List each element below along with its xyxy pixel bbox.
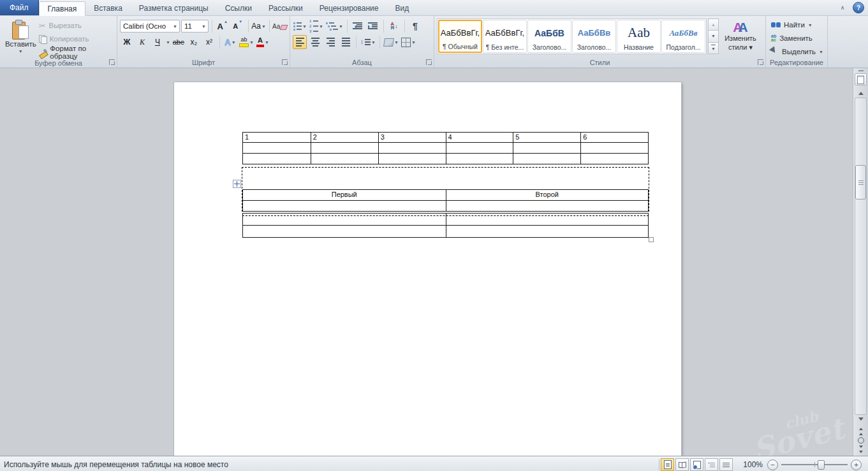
styles-scroll-down-icon[interactable]: ▼ xyxy=(708,30,719,42)
align-center-button[interactable] xyxy=(308,35,322,49)
tab-mailings[interactable]: Рассылки xyxy=(260,1,311,15)
style-title[interactable]: Aab Название xyxy=(617,20,661,53)
table-lower-empty[interactable] xyxy=(242,213,649,238)
minimize-ribbon-icon[interactable]: ∧ xyxy=(836,2,849,13)
split-handle-icon[interactable] xyxy=(853,68,868,73)
paragraph-dialog-launcher-icon[interactable] xyxy=(426,59,432,65)
align-left-button[interactable] xyxy=(293,35,307,49)
styles-scroll-up-icon[interactable]: ▲ xyxy=(708,18,719,31)
zoom-slider[interactable] xyxy=(781,464,848,465)
replace-button[interactable]: abac Заменить xyxy=(771,33,825,44)
font-size-combo[interactable]: 11 ▼ xyxy=(181,20,209,33)
select-button[interactable]: Выделить ▼ xyxy=(771,46,825,57)
justify-button[interactable] xyxy=(339,35,353,49)
highlight-button[interactable]: ab ▼ xyxy=(239,35,254,49)
table-resize-handle[interactable] xyxy=(649,237,654,242)
scrollbar-thumb[interactable] xyxy=(855,165,866,199)
zoom-slider-thumb[interactable] xyxy=(818,460,825,470)
sort-button[interactable]: АЯ ↓ xyxy=(387,19,401,33)
view-draft-button[interactable] xyxy=(719,458,733,471)
change-case-button[interactable]: Aa▼ xyxy=(252,19,266,33)
superscript-button[interactable]: х² xyxy=(202,35,216,49)
scroll-up-icon[interactable] xyxy=(858,89,864,95)
table-move-handle-icon[interactable] xyxy=(233,180,241,188)
table-six-columns[interactable]: 1 2 3 4 5 6 xyxy=(242,132,649,164)
subscript-button[interactable]: х₂ xyxy=(187,35,201,49)
table-cell[interactable]: 6 xyxy=(580,133,648,142)
numbering-button[interactable]: ▼ xyxy=(309,19,324,33)
font-name-combo[interactable]: Calibri (Осно ▼ xyxy=(120,20,180,33)
increase-indent-button[interactable] xyxy=(366,19,380,33)
tab-page-layout[interactable]: Разметка страницы xyxy=(131,1,217,15)
zoom-in-button[interactable]: + xyxy=(851,460,862,470)
tab-file[interactable]: Файл xyxy=(0,0,39,15)
tab-review[interactable]: Рецензирование xyxy=(311,1,387,15)
styles-gallery-expand-icon[interactable]: ▼ xyxy=(708,42,719,54)
bullets-button[interactable]: ▼ xyxy=(293,19,307,33)
zoom-level[interactable]: 100% xyxy=(737,460,763,469)
scroll-down-icon[interactable] xyxy=(858,417,864,423)
ruler-toggle-button[interactable] xyxy=(855,73,867,85)
view-fullscreen-reading-button[interactable] xyxy=(675,458,689,471)
document-page[interactable]: 1 2 3 4 5 6 Первый xyxy=(174,82,681,456)
table-row[interactable] xyxy=(243,142,648,153)
table-cell[interactable]: Второй xyxy=(446,190,649,200)
view-web-layout-button[interactable] xyxy=(690,458,703,471)
cut-button[interactable]: ✂ Вырезать xyxy=(39,20,114,31)
font-name-dropdown-icon[interactable]: ▼ xyxy=(171,24,179,29)
line-spacing-button[interactable]: ↕▼ xyxy=(360,35,376,49)
copy-button[interactable]: Копировать xyxy=(39,33,114,45)
tab-insert[interactable]: Вставка xyxy=(85,1,131,15)
shrink-font-button[interactable]: А▼ xyxy=(231,19,245,33)
table-cell[interactable]: 2 xyxy=(311,133,378,142)
font-color-button[interactable]: А ▼ xyxy=(256,35,270,49)
table-cell[interactable]: 1 xyxy=(243,133,311,142)
show-paragraph-marks-button[interactable]: ¶ xyxy=(408,19,422,33)
align-right-button[interactable] xyxy=(323,35,337,49)
underline-button[interactable]: Ч xyxy=(151,35,165,49)
style-no-spacing[interactable]: АаБбВвГг, ¶ Без инте... xyxy=(483,20,527,53)
style-normal[interactable]: АаБбВвГг, ¶ Обычный xyxy=(438,20,482,53)
italic-button[interactable]: К xyxy=(135,35,149,49)
grow-font-button[interactable]: А▲ xyxy=(216,19,230,33)
style-heading2[interactable]: АаБбВв Заголово... xyxy=(572,20,616,53)
tab-home[interactable]: Главная xyxy=(39,1,86,16)
bold-button[interactable]: Ж xyxy=(120,35,134,49)
table-cell[interactable]: 5 xyxy=(513,133,580,142)
table-cell[interactable]: Первый xyxy=(243,190,446,200)
table-two-columns[interactable]: Первый Второй xyxy=(242,189,649,212)
view-outline-button[interactable] xyxy=(705,458,718,471)
style-subtitle[interactable]: АаБбВв Подзагол... xyxy=(661,20,705,53)
format-painter-button[interactable]: Формат по образцу xyxy=(39,47,114,58)
tab-references[interactable]: Ссылки xyxy=(217,1,260,15)
change-styles-button[interactable]: AA Изменить стили ▾ xyxy=(721,18,760,57)
underline-dropdown-icon[interactable]: ▼ xyxy=(166,40,170,45)
shading-button[interactable]: ▼ xyxy=(383,35,399,49)
styles-dialog-launcher-icon[interactable] xyxy=(758,59,763,65)
text-effects-button[interactable]: А▼ xyxy=(223,35,237,49)
view-print-layout-button[interactable] xyxy=(661,458,674,471)
multilevel-list-button[interactable]: ▼ xyxy=(325,19,344,33)
table-row[interactable] xyxy=(243,200,648,211)
vertical-scrollbar[interactable] xyxy=(853,68,868,456)
font-size-dropdown-icon[interactable]: ▼ xyxy=(200,24,208,29)
zoom-out-button[interactable]: − xyxy=(767,460,778,470)
clipboard-dialog-launcher-icon[interactable] xyxy=(109,59,115,65)
decrease-indent-button[interactable] xyxy=(351,19,365,33)
strikethrough-button[interactable]: abe xyxy=(172,35,186,49)
font-dialog-launcher-icon[interactable] xyxy=(282,59,288,65)
paste-button[interactable]: Вставить ▼ xyxy=(3,18,39,58)
clear-formatting-button[interactable]: Аа xyxy=(272,19,287,33)
paste-dropdown-icon[interactable]: ▼ xyxy=(18,49,23,54)
borders-button[interactable]: ▼ xyxy=(401,35,416,49)
find-button[interactable]: Найти ▼ xyxy=(771,19,825,31)
scrollbar-track[interactable] xyxy=(855,98,867,415)
table-cell[interactable]: 3 xyxy=(378,133,446,142)
style-heading1[interactable]: АаБбВ Заголово... xyxy=(527,20,571,53)
help-icon[interactable]: ? xyxy=(853,2,864,13)
table-row[interactable] xyxy=(243,225,648,237)
select-browse-object-button[interactable] xyxy=(858,437,864,444)
previous-page-button[interactable] xyxy=(855,425,866,435)
tab-view[interactable]: Вид xyxy=(386,1,417,15)
next-page-button[interactable] xyxy=(855,446,866,456)
